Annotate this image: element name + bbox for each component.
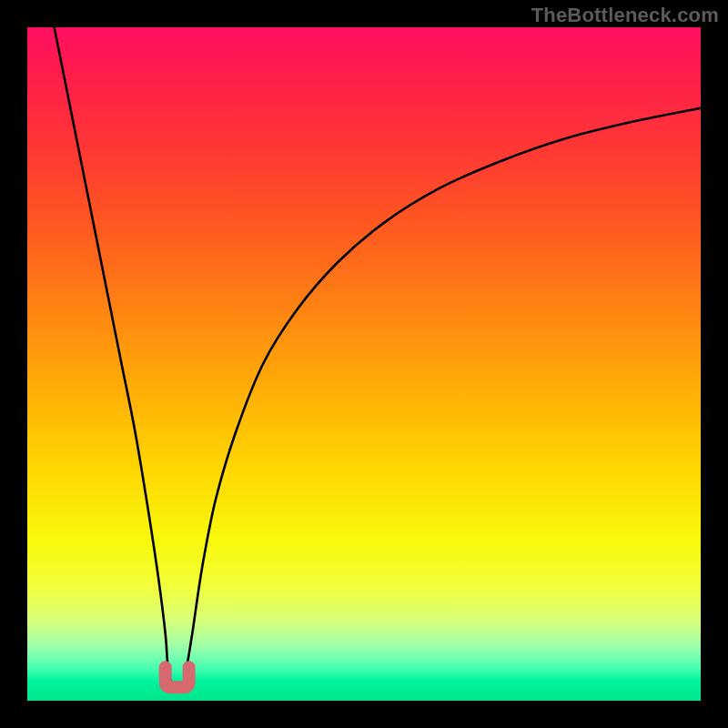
watermark-text: TheBottleneck.com bbox=[531, 4, 719, 27]
bottleneck-curve bbox=[55, 27, 701, 689]
plot-area bbox=[27, 27, 701, 701]
chart-frame: TheBottleneck.com bbox=[0, 0, 728, 728]
minimum-marker bbox=[166, 667, 189, 687]
curve-layer bbox=[27, 27, 701, 701]
